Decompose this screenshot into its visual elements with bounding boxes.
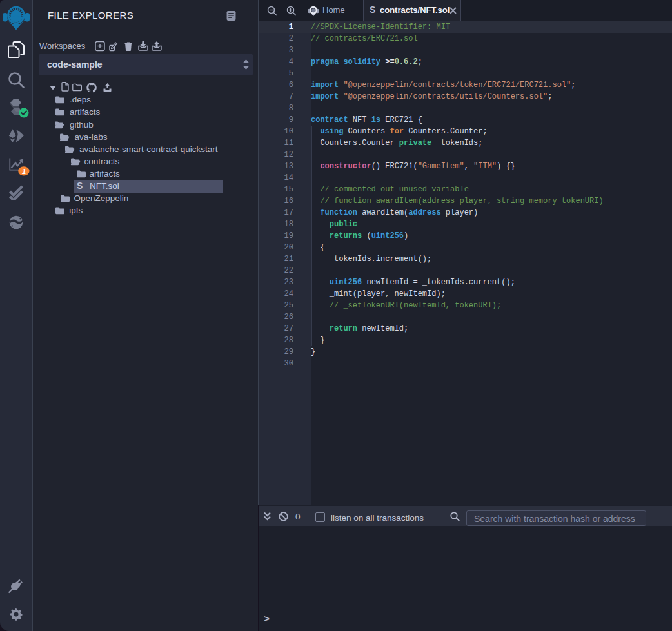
svg-text:1: 1	[22, 168, 26, 175]
